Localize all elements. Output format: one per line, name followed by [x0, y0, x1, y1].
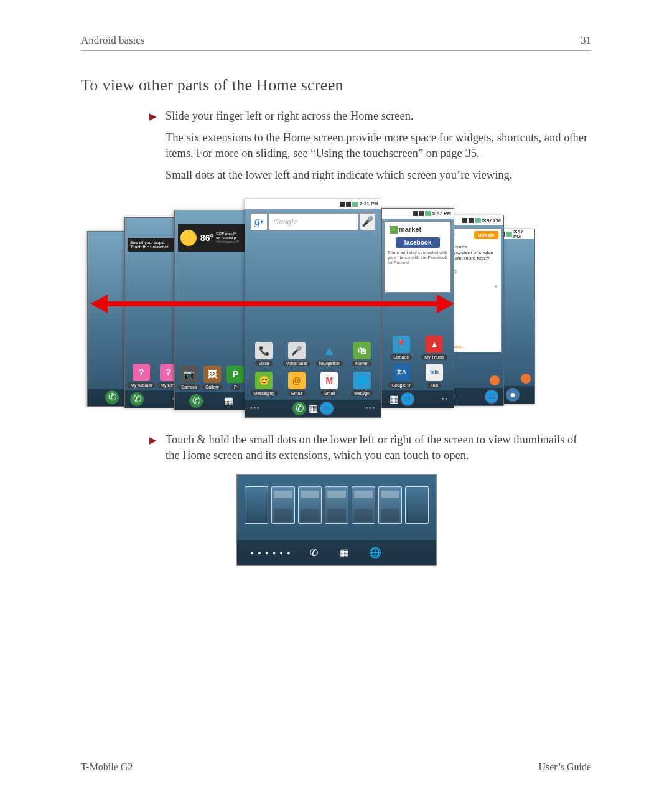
page-dots-indicator: ● ● ● ● ● ● — [251, 550, 292, 556]
globe-icon: 🌐 — [367, 545, 383, 561]
home-screen-extensions-figure: ✆ See all your apps. Touch the Launcher … — [87, 199, 535, 417]
app-latitude: 📍Latitude — [386, 336, 416, 360]
footer-left: T-Mobile G2 — [81, 762, 133, 773]
bullet-2: ▶ Touch & hold the small dots on the low… — [149, 432, 591, 463]
bullet-2-lead: Touch & hold the small dots on the lower… — [166, 432, 591, 463]
apps-grid-icon: ▦ — [222, 394, 235, 408]
thumbnail-row — [237, 475, 436, 529]
section-title: To view other parts of the Home screen — [81, 76, 591, 95]
phone-icon: ✆ — [105, 390, 119, 404]
swipe-left-arrow-icon — [106, 301, 218, 306]
phone-icon[interactable]: ✆ — [292, 402, 306, 415]
globe-icon: ● — [506, 388, 520, 402]
news-weather-widget: 86° GOP puts M for federal p Washington … — [178, 224, 246, 252]
thumb-3 — [298, 486, 322, 524]
app-voice-search: 🎤Voice Sear — [282, 342, 312, 366]
orange-icon — [490, 375, 500, 385]
app-my-tracks: ▲My Tracks — [419, 336, 449, 360]
app-gallery: 🖼Gallery — [200, 366, 223, 390]
panel-center: 2:21 PM g▾ Google 🎤 📞Voice 🎤Voice Sear ▲… — [245, 199, 381, 418]
thumb-5 — [352, 486, 375, 524]
status-bar: 2:21 PM — [245, 199, 381, 209]
status-bar: 5:47 PM — [382, 209, 454, 219]
app-p: PP — [224, 366, 247, 390]
globe-icon: 🌐 — [485, 390, 498, 404]
app-navigation: ▲Navigation — [314, 342, 344, 366]
panel-left-3: 86° GOP puts M for federal p Washington … — [174, 210, 250, 410]
orange-icon — [521, 374, 531, 384]
app-talk: talkTalk — [419, 364, 449, 388]
globe-icon: 🌐 — [401, 392, 414, 406]
panel-dock: ✆ ▦ — [175, 392, 250, 410]
update-widget: g? Update ecomes ng system of choice ai … — [446, 228, 502, 352]
home-thumbnails-figure: ● ● ● ● ● ● ✆ ▦ 🌐 — [236, 474, 437, 566]
app-my-account: ?My Accoun — [128, 364, 155, 388]
bullet-marker-icon: ▶ — [149, 435, 157, 446]
apps-grid-icon: ▦ — [387, 392, 401, 406]
app-messaging: 😊Messaging — [249, 372, 279, 396]
apps-grid-icon: ▦ — [337, 545, 353, 561]
app-gmail: MGmail — [314, 372, 344, 396]
phone-icon: ✆ — [306, 545, 322, 561]
phone-icon: ✆ — [130, 392, 144, 406]
search-widget: g▾ Google 🎤 — [250, 213, 376, 230]
app-voice: 📞Voice — [249, 342, 279, 366]
app-google-translate: 文AGoogle Tr — [386, 364, 416, 388]
panel-dock: ▦ 🌐 •• — [382, 390, 454, 408]
chevron-right-icon: ▸ — [495, 283, 497, 289]
search-input[interactable]: Google — [269, 213, 358, 230]
app-email: @Email — [282, 372, 312, 396]
footer-right: User’s Guide — [538, 762, 591, 773]
globe-icon[interactable]: 🌐 — [320, 402, 334, 415]
bullet-1-lead: Slide your finger left or right across t… — [166, 108, 591, 124]
google-g-icon[interactable]: g▾ — [250, 213, 268, 230]
market-label: market — [388, 224, 424, 235]
swipe-right-arrow-icon — [215, 301, 439, 306]
app-web2go: 🌐web2go — [347, 372, 377, 396]
thumb-6 — [378, 486, 402, 524]
market-widget: market facebook Share and stay connected… — [385, 221, 451, 293]
thumb-1 — [245, 486, 268, 524]
tip-widget: See all your apps. Touch the Launcher — [128, 238, 177, 252]
page-header: Android basics 31 — [81, 34, 591, 51]
sun-icon — [180, 230, 197, 246]
thumb-7 — [405, 486, 429, 524]
mic-icon[interactable]: 🎤 — [360, 213, 376, 230]
app-market: 🛍Market — [347, 342, 377, 366]
app-camera: 📷Camera — [177, 366, 200, 390]
thumb-4 — [325, 486, 348, 524]
update-button[interactable]: Update — [474, 231, 498, 239]
page-footer: T-Mobile G2 User’s Guide — [81, 762, 591, 773]
instructions-block: ▶ Slide your finger left or right across… — [149, 108, 591, 566]
phone-icon: ✆ — [189, 394, 203, 408]
document-page: Android basics 31 To view other parts of… — [0, 0, 672, 807]
thumb-2 — [271, 486, 295, 524]
header-section: Android basics — [81, 34, 144, 47]
panel-dock: ••• ✆ ▦ 🌐 ••• — [245, 400, 381, 417]
apps-grid-icon[interactable]: ▦ — [306, 402, 320, 415]
app-row: 📷Camera 🖼Gallery PP — [175, 364, 250, 391]
bullet-marker-icon: ▶ — [149, 111, 157, 122]
temperature: 86° — [200, 233, 213, 243]
bullet-1-para-2: Small dots at the lower left and right i… — [166, 168, 591, 183]
bullet-1: ▶ Slide your finger left or right across… — [149, 108, 591, 183]
thumb-nav-bar: ● ● ● ● ● ● ✆ ▦ 🌐 — [237, 540, 436, 565]
bullet-1-para-1: The six extensions to the Home screen pr… — [166, 130, 591, 161]
facebook-button[interactable]: facebook — [396, 237, 440, 248]
header-page-number: 31 — [581, 34, 591, 47]
